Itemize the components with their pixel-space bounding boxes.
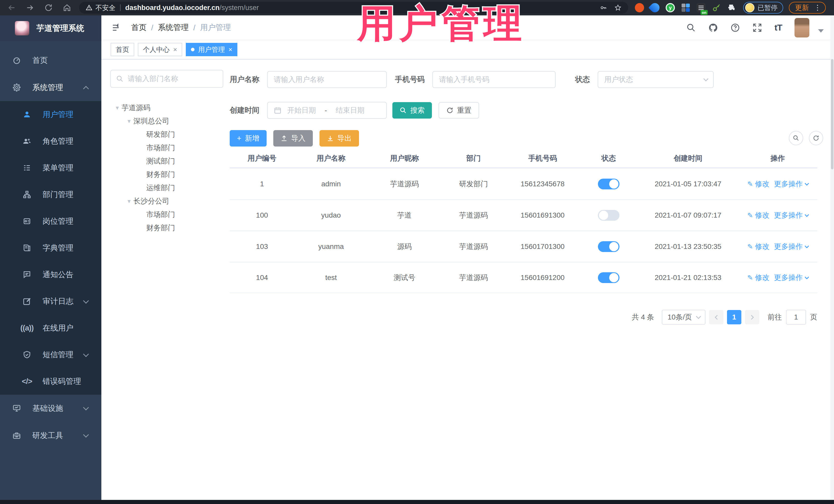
more-actions-link[interactable]: 更多操作 bbox=[774, 179, 808, 189]
sidebar-item-home[interactable]: 首页 bbox=[0, 47, 101, 74]
edit-link[interactable]: ✎修改 bbox=[748, 273, 770, 283]
green-circle-extension-icon[interactable]: y bbox=[666, 3, 675, 12]
sidebar-item-dict[interactable]: 字典管理 bbox=[0, 235, 101, 261]
sidebar-item-audit-log[interactable]: 审计日志 bbox=[0, 288, 101, 314]
text-size-icon[interactable]: tT bbox=[774, 23, 782, 32]
kebab-menu-icon[interactable]: ⋮ bbox=[814, 4, 821, 11]
help-icon[interactable] bbox=[730, 23, 740, 32]
sidebar-item-roles[interactable]: 角色管理 bbox=[0, 128, 101, 154]
sidebar-item-sms[interactable]: 短信管理 bbox=[0, 341, 101, 368]
tab-home[interactable]: 首页 bbox=[111, 43, 134, 56]
search-icon[interactable] bbox=[686, 23, 696, 32]
tree-node[interactable]: 财务部门 bbox=[110, 221, 223, 235]
status-toggle[interactable] bbox=[598, 241, 619, 252]
username-input[interactable]: 请输入用户名称 bbox=[267, 71, 387, 88]
import-button[interactable]: 导入 bbox=[273, 130, 313, 147]
sidebar-item-online-users[interactable]: ((a)) 在线用户 bbox=[0, 314, 101, 341]
tree-node[interactable]: 财务部门 bbox=[110, 168, 223, 181]
tab-profile[interactable]: 个人中心 × bbox=[138, 43, 182, 56]
address-bar[interactable]: 不安全 dashboard.yudao.iocoder.cn /system/u… bbox=[79, 2, 628, 14]
sidebar-logo-row[interactable]: 芋道管理系统 bbox=[0, 15, 101, 41]
forward-icon[interactable] bbox=[26, 3, 35, 12]
orange-extension-icon[interactable] bbox=[635, 3, 644, 12]
green-key-extension-icon[interactable] bbox=[712, 3, 721, 12]
close-icon[interactable]: × bbox=[228, 46, 232, 53]
edit-link[interactable]: ✎修改 bbox=[748, 211, 770, 220]
github-icon[interactable] bbox=[708, 23, 718, 32]
scrollbar-thumb[interactable] bbox=[831, 59, 833, 169]
tree-node-label: 市场部门 bbox=[146, 210, 175, 219]
tree-expand-icon[interactable]: ▾ bbox=[125, 117, 133, 125]
tree-node[interactable]: 测试部门 bbox=[110, 154, 223, 168]
edit-link[interactable]: ✎修改 bbox=[748, 179, 770, 189]
back-icon[interactable] bbox=[7, 3, 16, 12]
tree-expand-icon[interactable]: ▾ bbox=[125, 198, 133, 205]
sidebar-item-posts[interactable]: 岗位管理 bbox=[0, 208, 101, 235]
tree-node[interactable]: 研发部门 bbox=[110, 128, 223, 141]
status-toggle[interactable] bbox=[598, 179, 619, 190]
upload-icon bbox=[281, 135, 288, 142]
browser-update-button[interactable]: 更新 ⋮ bbox=[789, 2, 826, 14]
security-label[interactable]: 不安全 bbox=[95, 3, 115, 12]
sidebar-item-system[interactable]: 系统管理 bbox=[0, 74, 101, 101]
tree-node[interactable]: ▾芋道源码 bbox=[110, 101, 223, 114]
edit-link[interactable]: ✎修改 bbox=[748, 242, 770, 251]
puzzle-extensions-icon[interactable] bbox=[727, 3, 737, 12]
mobile-input[interactable]: 请输入手机号码 bbox=[432, 71, 555, 88]
page-size-select[interactable]: 10条/页 bbox=[662, 310, 705, 325]
user-avatar[interactable] bbox=[794, 18, 809, 38]
more-actions-link[interactable]: 更多操作 bbox=[774, 242, 808, 251]
reload-icon[interactable] bbox=[44, 3, 53, 12]
home-icon[interactable] bbox=[63, 3, 71, 12]
reset-button[interactable]: 重置 bbox=[439, 102, 479, 118]
sidebar-item-error-codes[interactable]: </> 错误码管理 bbox=[0, 368, 101, 395]
status-toggle[interactable] bbox=[598, 210, 619, 221]
goto-page-input[interactable]: 1 bbox=[786, 310, 806, 325]
breadcrumb-home[interactable]: 首页 bbox=[131, 22, 147, 33]
bookmark-star-icon[interactable] bbox=[614, 4, 621, 11]
date-range-picker[interactable]: 开始日期 - 结束日期 bbox=[267, 102, 387, 119]
blue-drop-extension-icon[interactable] bbox=[649, 1, 662, 14]
dark-list-extension-icon[interactable]: on bbox=[697, 3, 706, 12]
export-button[interactable]: 导出 bbox=[320, 130, 359, 147]
fullscreen-icon[interactable] bbox=[752, 23, 762, 32]
next-page-button[interactable] bbox=[745, 310, 759, 324]
avatar-dropdown-caret-icon[interactable] bbox=[818, 29, 824, 32]
profile-avatar-emoji bbox=[745, 3, 754, 12]
url-host[interactable]: dashboard.yudao.iocoder.cn bbox=[125, 4, 220, 12]
search-button[interactable]: 搜索 bbox=[392, 102, 432, 118]
key-icon[interactable] bbox=[600, 4, 607, 11]
sidebar-item-departments[interactable]: 部门管理 bbox=[0, 181, 101, 208]
toggle-search-button[interactable] bbox=[789, 131, 803, 145]
user-icon bbox=[23, 110, 31, 119]
prev-page-button[interactable] bbox=[709, 310, 723, 324]
page-number-button[interactable]: 1 bbox=[727, 310, 741, 324]
tree-expand-icon[interactable]: ▾ bbox=[113, 104, 122, 111]
status-select[interactable]: 用户状态 bbox=[598, 71, 714, 88]
page-scrollbar[interactable] bbox=[830, 15, 834, 500]
breadcrumb-system[interactable]: 系统管理 bbox=[158, 22, 189, 33]
add-button[interactable]: + 新增 bbox=[230, 130, 267, 147]
tree-node[interactable]: 运维部门 bbox=[110, 181, 223, 195]
more-actions-link[interactable]: 更多操作 bbox=[774, 273, 808, 283]
tree-node[interactable]: ▾长沙分公司 bbox=[110, 195, 223, 208]
close-icon[interactable]: × bbox=[173, 46, 177, 53]
status-toggle[interactable] bbox=[598, 272, 619, 283]
sidebar-item-dev-tools[interactable]: 研发工具 bbox=[0, 422, 101, 449]
more-actions-link[interactable]: 更多操作 bbox=[774, 211, 808, 220]
department-search-input[interactable]: 请输入部门名称 bbox=[110, 70, 223, 88]
sidebar-item-notice[interactable]: 通知公告 bbox=[0, 261, 101, 288]
sidebar-item-menus[interactable]: 菜单管理 bbox=[0, 154, 101, 181]
sidebar-item-infrastructure[interactable]: 基础设施 bbox=[0, 395, 101, 422]
sidebar-item-users[interactable]: 用户管理 bbox=[0, 101, 101, 128]
tree-node[interactable]: 市场部门 bbox=[110, 141, 223, 154]
tree-node[interactable]: ▾深圳总公司 bbox=[110, 114, 223, 128]
tree-node[interactable]: 市场部门 bbox=[110, 208, 223, 221]
browser-profile-button[interactable]: 已暂停 bbox=[743, 2, 783, 14]
url-path[interactable]: /system/user bbox=[220, 4, 259, 12]
refresh-table-button[interactable] bbox=[809, 131, 823, 145]
sidebar-collapse-icon[interactable] bbox=[111, 23, 121, 32]
squares-extension-icon[interactable] bbox=[681, 3, 690, 12]
tab-user-management[interactable]: 用户管理 × bbox=[186, 43, 237, 56]
update-label[interactable]: 更新 bbox=[795, 3, 809, 12]
